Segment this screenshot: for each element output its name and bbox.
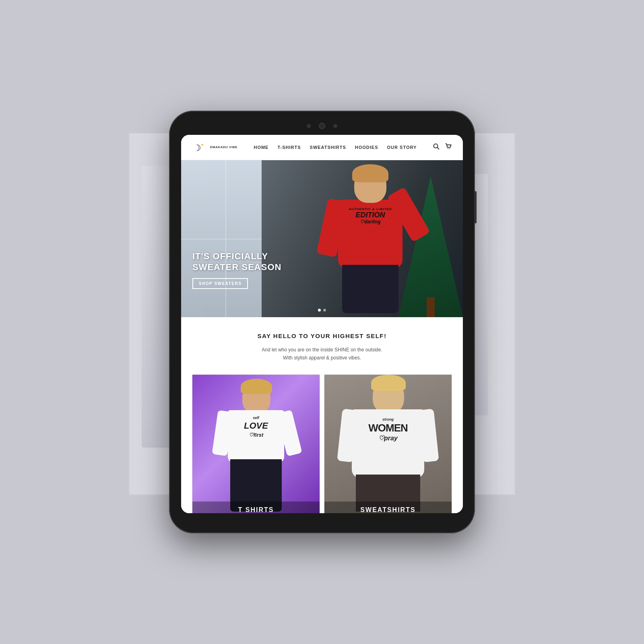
mid-section: SAY HELLO TO YOUR HIGHEST SELF! And let …	[181, 317, 463, 374]
tshirt-product-label: T SHIRTS SHOP NOW	[192, 502, 320, 513]
sweatshirt-text-women: WOMEN	[352, 422, 424, 434]
hero-headline-line2: SWEATER SEASON	[192, 262, 281, 272]
ipad-dot-right	[333, 124, 337, 128]
tshirt-person: self LOVE ♡first	[212, 379, 300, 512]
brand-logo[interactable]: ☽ ★ EMAKADU VIBE	[192, 140, 237, 155]
ipad-power-button[interactable]	[474, 191, 477, 223]
nav-tshirts[interactable]: T-SHIRTS	[277, 145, 301, 150]
tshirt-person-hair	[241, 379, 272, 394]
sweatshirt-person-shirt: strong WOMEN ♡pray	[352, 409, 424, 478]
tshirt-text-love: LOVE	[228, 420, 284, 432]
mid-title: SAY HELLO TO YOUR HIGHEST SELF!	[205, 332, 439, 339]
hero-section: AUTHENTIC & LIMITED EDITION ♡darling	[181, 160, 463, 317]
sweatshirt-label-title: SWEATSHIRTS	[324, 506, 452, 513]
hero-person-hair	[352, 164, 388, 182]
search-icon[interactable]	[433, 143, 440, 151]
tshirt-product-image: self LOVE ♡first	[192, 375, 320, 513]
slide-dots	[318, 309, 326, 312]
slide-dot-1[interactable]	[318, 309, 321, 312]
slide-dot-2[interactable]	[323, 309, 326, 312]
website-content: ☽ ★ EMAKADU VIBE HOME T-SHIRTS SWEATSHIR…	[181, 135, 463, 513]
hero-tree-trunk	[427, 297, 435, 317]
tshirt-text-first: ♡first	[228, 432, 284, 439]
hero-text-overlay: IT'S OFFICIALLY SWEATER SEASON SHOP SWEA…	[192, 251, 281, 289]
hero-person-pants	[342, 265, 398, 313]
shop-sweaters-button[interactable]: SHOP SWEATERS	[192, 278, 248, 289]
ipad-dot-left	[307, 124, 311, 128]
nav-links: HOME T-SHIRTS SWEATSHIRTS HOODIES OUR ST…	[254, 145, 417, 150]
hero-window-grid	[181, 160, 270, 317]
mid-body: And let who you are on the inside SHINE …	[205, 346, 439, 362]
hero-headline: IT'S OFFICIALLY SWEATER SEASON	[192, 251, 281, 272]
svg-point-2	[434, 144, 438, 148]
svg-point-4	[448, 149, 448, 149]
scene: ☽ ★ EMAKADU VIBE HOME T-SHIRTS SWEATSHIR…	[141, 60, 503, 584]
nav-home[interactable]: HOME	[254, 145, 268, 150]
sweatshirt-text-strong: strong	[352, 417, 424, 422]
svg-text:★: ★	[200, 142, 204, 147]
svg-text:☽: ☽	[193, 143, 201, 153]
product-card-tshirts[interactable]: self LOVE ♡first	[192, 374, 320, 513]
brand-name: EMAKADU VIBE	[210, 145, 237, 149]
tshirt-text-self: self	[228, 416, 284, 421]
sweatshirt-text-pray: ♡pray	[352, 434, 424, 442]
mid-body-line2: With stylish apparel & positive vibes.	[205, 354, 439, 362]
ipad-top-camera-bar	[307, 123, 337, 129]
nav-our-story[interactable]: OUR STORY	[387, 145, 417, 150]
ipad-device: ☽ ★ EMAKADU VIBE HOME T-SHIRTS SWEATSHIR…	[169, 111, 475, 533]
nav-action-icons	[433, 143, 452, 151]
sweatshirt-product-image: strong WOMEN ♡pray	[324, 375, 452, 513]
logo-icon: ☽ ★	[192, 140, 208, 155]
product-grid: self LOVE ♡first	[181, 374, 463, 513]
nav-hoodies[interactable]: HOODIES	[355, 145, 378, 150]
ipad-screen: ☽ ★ EMAKADU VIBE HOME T-SHIRTS SWEATSHIR…	[181, 135, 463, 513]
sweater-text-main: EDITION	[344, 211, 396, 219]
hero-headline-line1: IT'S OFFICIALLY	[192, 251, 281, 262]
svg-line-3	[438, 148, 440, 150]
svg-point-5	[449, 149, 450, 149]
ipad-camera	[319, 123, 325, 129]
sweatshirt-person-hair	[371, 375, 406, 391]
mid-body-line1: And let who you are on the inside SHINE …	[205, 346, 439, 354]
tshirt-person-shirt: self LOVE ♡first	[228, 410, 284, 462]
hero-window-bg	[181, 160, 270, 317]
hero-person-sweater-body: AUTHENTIC & LIMITED EDITION ♡darling	[338, 200, 402, 268]
cart-icon[interactable]	[445, 143, 452, 151]
sweatshirt-product-label: SWEATSHIRTS SHOP NOW	[324, 502, 452, 513]
sweater-text-sub: ♡darling	[344, 219, 396, 225]
sweatshirt-person: strong WOMEN ♡pray	[340, 375, 436, 512]
tshirt-label-title: T SHIRTS	[192, 506, 320, 513]
nav-bar: ☽ ★ EMAKADU VIBE HOME T-SHIRTS SWEATSHIR…	[181, 135, 463, 160]
hero-person: AUTHENTIC & LIMITED EDITION ♡darling	[318, 164, 423, 313]
product-card-sweatshirts[interactable]: strong WOMEN ♡pray	[324, 374, 452, 513]
nav-sweatshirts[interactable]: SWEATSHIRTS	[310, 145, 346, 150]
